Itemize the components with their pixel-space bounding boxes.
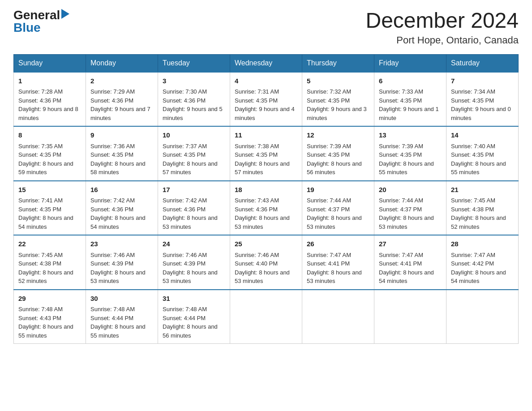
- column-header-wednesday: Wednesday: [230, 54, 302, 72]
- logo-triangle-icon: [61, 9, 69, 21]
- column-header-tuesday: Tuesday: [158, 54, 230, 72]
- calendar-cell: 13 Sunrise: 7:39 AMSunset: 4:35 PMDaylig…: [374, 126, 446, 181]
- calendar-cell: 23 Sunrise: 7:46 AMSunset: 4:39 PMDaylig…: [86, 235, 158, 290]
- logo-blue: Blue: [13, 21, 41, 34]
- day-number: 25: [235, 239, 297, 249]
- day-info: Sunrise: 7:40 AMSunset: 4:35 PMDaylight:…: [451, 143, 506, 176]
- day-info: Sunrise: 7:42 AMSunset: 4:36 PMDaylight:…: [90, 197, 146, 230]
- calendar-cell: 5 Sunrise: 7:32 AMSunset: 4:35 PMDayligh…: [302, 72, 374, 127]
- day-number: 7: [451, 76, 514, 86]
- day-info: Sunrise: 7:36 AMSunset: 4:35 PMDaylight:…: [90, 143, 146, 176]
- day-number: 26: [307, 239, 369, 249]
- day-info: Sunrise: 7:32 AMSunset: 4:35 PMDaylight:…: [307, 88, 367, 121]
- title-section: December 2024 Port Hope, Ontario, Canada: [365, 9, 519, 46]
- day-number: 18: [235, 185, 297, 195]
- day-info: Sunrise: 7:46 AMSunset: 4:40 PMDaylight:…: [235, 252, 290, 285]
- calendar-cell: 27 Sunrise: 7:47 AMSunset: 4:41 PMDaylig…: [374, 235, 446, 290]
- day-info: Sunrise: 7:45 AMSunset: 4:38 PMDaylight:…: [451, 197, 506, 230]
- week-row-4: 22 Sunrise: 7:45 AMSunset: 4:38 PMDaylig…: [14, 235, 519, 290]
- calendar-cell: 6 Sunrise: 7:33 AMSunset: 4:35 PMDayligh…: [374, 72, 446, 127]
- day-number: 1: [18, 76, 81, 86]
- calendar-cell: 29 Sunrise: 7:48 AMSunset: 4:43 PMDaylig…: [14, 290, 86, 344]
- calendar-cell: 21 Sunrise: 7:45 AMSunset: 4:38 PMDaylig…: [446, 181, 519, 235]
- calendar-cell: 3 Sunrise: 7:30 AMSunset: 4:36 PMDayligh…: [158, 72, 230, 127]
- day-number: 6: [379, 76, 442, 86]
- day-number: 2: [90, 76, 153, 86]
- day-info: Sunrise: 7:48 AMSunset: 4:43 PMDaylight:…: [18, 306, 73, 339]
- calendar-cell: [446, 290, 519, 344]
- day-number: 13: [379, 130, 442, 141]
- day-info: Sunrise: 7:38 AMSunset: 4:35 PMDaylight:…: [235, 143, 290, 176]
- calendar-cell: 25 Sunrise: 7:46 AMSunset: 4:40 PMDaylig…: [230, 235, 302, 290]
- calendar-cell: 2 Sunrise: 7:29 AMSunset: 4:36 PMDayligh…: [86, 72, 158, 127]
- day-info: Sunrise: 7:42 AMSunset: 4:36 PMDaylight:…: [163, 197, 218, 230]
- day-number: 11: [235, 130, 297, 141]
- day-number: 22: [18, 239, 81, 249]
- day-info: Sunrise: 7:35 AMSunset: 4:35 PMDaylight:…: [18, 143, 73, 176]
- day-number: 14: [451, 130, 514, 141]
- day-info: Sunrise: 7:29 AMSunset: 4:36 PMDaylight:…: [90, 88, 150, 121]
- column-header-saturday: Saturday: [446, 54, 519, 72]
- logo: General Blue: [13, 9, 69, 34]
- day-info: Sunrise: 7:47 AMSunset: 4:41 PMDaylight:…: [379, 252, 434, 285]
- calendar-cell: 4 Sunrise: 7:31 AMSunset: 4:35 PMDayligh…: [230, 72, 302, 127]
- day-info: Sunrise: 7:45 AMSunset: 4:38 PMDaylight:…: [18, 252, 73, 285]
- day-number: 23: [90, 239, 153, 249]
- week-row-3: 15 Sunrise: 7:41 AMSunset: 4:35 PMDaylig…: [14, 181, 519, 235]
- calendar-cell: 15 Sunrise: 7:41 AMSunset: 4:35 PMDaylig…: [14, 181, 86, 235]
- calendar-cell: 12 Sunrise: 7:39 AMSunset: 4:35 PMDaylig…: [302, 126, 374, 181]
- day-info: Sunrise: 7:48 AMSunset: 4:44 PMDaylight:…: [163, 306, 218, 339]
- week-row-1: 1 Sunrise: 7:28 AMSunset: 4:36 PMDayligh…: [14, 72, 519, 127]
- day-info: Sunrise: 7:46 AMSunset: 4:39 PMDaylight:…: [90, 252, 146, 285]
- day-number: 8: [18, 130, 81, 141]
- day-number: 3: [163, 76, 225, 86]
- day-info: Sunrise: 7:48 AMSunset: 4:44 PMDaylight:…: [90, 306, 146, 339]
- day-number: 9: [90, 130, 153, 141]
- day-number: 10: [163, 130, 225, 141]
- day-info: Sunrise: 7:47 AMSunset: 4:41 PMDaylight:…: [307, 252, 362, 285]
- day-info: Sunrise: 7:44 AMSunset: 4:37 PMDaylight:…: [379, 197, 434, 230]
- day-number: 24: [163, 239, 225, 249]
- calendar-cell: 20 Sunrise: 7:44 AMSunset: 4:37 PMDaylig…: [374, 181, 446, 235]
- calendar-cell: 9 Sunrise: 7:36 AMSunset: 4:35 PMDayligh…: [86, 126, 158, 181]
- day-info: Sunrise: 7:30 AMSunset: 4:36 PMDaylight:…: [163, 88, 223, 121]
- calendar-cell: 10 Sunrise: 7:37 AMSunset: 4:35 PMDaylig…: [158, 126, 230, 181]
- day-info: Sunrise: 7:47 AMSunset: 4:42 PMDaylight:…: [451, 252, 506, 285]
- calendar-cell: 17 Sunrise: 7:42 AMSunset: 4:36 PMDaylig…: [158, 181, 230, 235]
- calendar-cell: 19 Sunrise: 7:44 AMSunset: 4:37 PMDaylig…: [302, 181, 374, 235]
- calendar-cell: 31 Sunrise: 7:48 AMSunset: 4:44 PMDaylig…: [158, 290, 230, 344]
- calendar-cell: 18 Sunrise: 7:43 AMSunset: 4:36 PMDaylig…: [230, 181, 302, 235]
- calendar-cell: 24 Sunrise: 7:46 AMSunset: 4:39 PMDaylig…: [158, 235, 230, 290]
- day-number: 15: [18, 185, 81, 195]
- calendar-cell: 1 Sunrise: 7:28 AMSunset: 4:36 PMDayligh…: [14, 72, 86, 127]
- day-number: 20: [379, 185, 442, 195]
- day-info: Sunrise: 7:39 AMSunset: 4:35 PMDaylight:…: [379, 143, 434, 176]
- calendar-subtitle: Port Hope, Ontario, Canada: [365, 34, 519, 46]
- page-header: General Blue December 2024 Port Hope, On…: [13, 9, 519, 46]
- day-info: Sunrise: 7:39 AMSunset: 4:35 PMDaylight:…: [307, 143, 362, 176]
- column-header-thursday: Thursday: [302, 54, 374, 72]
- calendar-cell: 8 Sunrise: 7:35 AMSunset: 4:35 PMDayligh…: [14, 126, 86, 181]
- calendar-cell: 7 Sunrise: 7:34 AMSunset: 4:35 PMDayligh…: [446, 72, 519, 127]
- day-info: Sunrise: 7:31 AMSunset: 4:35 PMDaylight:…: [235, 88, 295, 121]
- day-info: Sunrise: 7:37 AMSunset: 4:35 PMDaylight:…: [163, 143, 218, 176]
- calendar-cell: 22 Sunrise: 7:45 AMSunset: 4:38 PMDaylig…: [14, 235, 86, 290]
- day-number: 27: [379, 239, 442, 249]
- svg-marker-0: [61, 9, 69, 19]
- calendar-table: SundayMondayTuesdayWednesdayThursdayFrid…: [13, 54, 519, 344]
- calendar-cell: 14 Sunrise: 7:40 AMSunset: 4:35 PMDaylig…: [446, 126, 519, 181]
- calendar-cell: [374, 290, 446, 344]
- day-info: Sunrise: 7:34 AMSunset: 4:35 PMDaylight:…: [451, 88, 511, 121]
- calendar-cell: 30 Sunrise: 7:48 AMSunset: 4:44 PMDaylig…: [86, 290, 158, 344]
- day-number: 5: [307, 76, 369, 86]
- day-number: 17: [163, 185, 225, 195]
- day-number: 12: [307, 130, 369, 141]
- column-header-monday: Monday: [86, 54, 158, 72]
- calendar-cell: [302, 290, 374, 344]
- calendar-cell: 16 Sunrise: 7:42 AMSunset: 4:36 PMDaylig…: [86, 181, 158, 235]
- day-info: Sunrise: 7:43 AMSunset: 4:36 PMDaylight:…: [235, 197, 290, 230]
- column-header-friday: Friday: [374, 54, 446, 72]
- calendar-cell: 26 Sunrise: 7:47 AMSunset: 4:41 PMDaylig…: [302, 235, 374, 290]
- day-number: 16: [90, 185, 153, 195]
- day-number: 19: [307, 185, 369, 195]
